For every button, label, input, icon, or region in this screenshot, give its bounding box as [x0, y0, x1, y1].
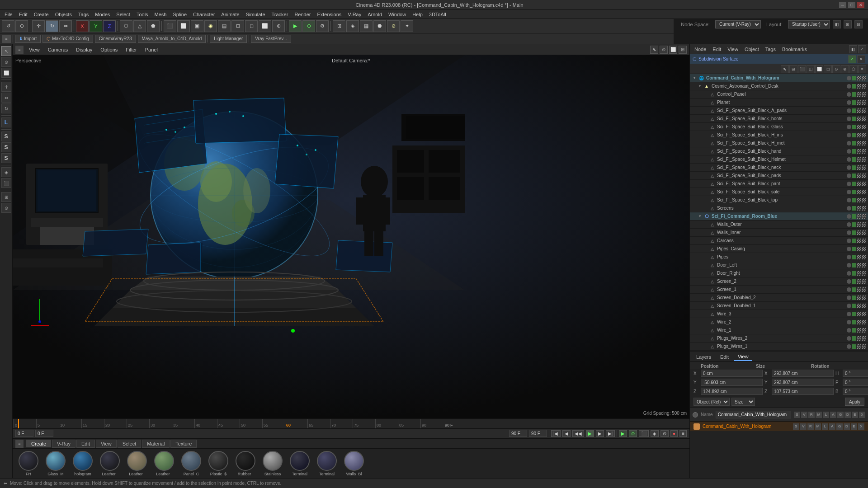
tree-icon-1[interactable]: ⬉ [781, 65, 789, 73]
name-icon2[interactable]: V [801, 412, 807, 418]
tab-select[interactable]: Select [118, 440, 142, 448]
tree-check-3[interactable] [852, 100, 856, 105]
translate-tool[interactable]: ✛ [1, 82, 11, 92]
tree-check-22[interactable] [852, 255, 856, 259]
tree-dot1-5[interactable] [847, 117, 851, 121]
power-icon[interactable]: ⊙ [660, 430, 669, 437]
size-mode-select[interactable]: Size Scale [731, 398, 755, 406]
close-btn[interactable]: ✕ [857, 2, 864, 8]
tree-checker-28[interactable] [857, 304, 861, 308]
tree-check-25[interactable] [852, 279, 856, 284]
tab-edit[interactable]: Edit [76, 440, 95, 448]
camera-btn[interactable]: ▤ [218, 20, 231, 32]
list-icon[interactable]: ≡ [679, 430, 687, 437]
tree-dot1-14[interactable] [847, 190, 851, 194]
render-tc-btn[interactable]: ▶ [619, 430, 627, 437]
rh-icon2[interactable]: ✓ [858, 45, 866, 53]
tree-checker2-27[interactable] [862, 296, 866, 300]
tree-row-4[interactable]: △Sci_Fi_Space_Suit_Black_A_pads [690, 107, 868, 115]
tree-icon-3[interactable]: ⬛ [798, 65, 806, 73]
cube-btn[interactable]: ⬛ [164, 20, 176, 32]
tree-checker-18[interactable] [857, 222, 861, 227]
tree-row-15[interactable]: △Sci_Fi_Space_Suit_Black_top [690, 196, 868, 204]
sel-icon9[interactable]: E [851, 423, 857, 430]
tree-check-23[interactable] [852, 263, 856, 267]
tree-dot1-16[interactable] [847, 206, 851, 211]
menu-help[interactable]: Help [410, 11, 425, 18]
tree-row-5[interactable]: △Sci_Fi_Space_Suit_Black_boots [690, 115, 868, 123]
tree-checker2-17[interactable] [862, 214, 866, 219]
material-btn[interactable]: ⬜ [259, 20, 271, 32]
prev-frame-btn[interactable]: ◀ [562, 430, 571, 437]
material-item-6[interactable]: Panel_C [179, 451, 203, 476]
tree-checker2-26[interactable] [862, 287, 866, 292]
tree-dot1-25[interactable] [847, 279, 851, 284]
tree-dot1-12[interactable] [847, 174, 851, 178]
rotate-tool2[interactable]: ↻ [1, 103, 11, 113]
tab-edit2[interactable]: Edit [717, 353, 732, 361]
next-frame-btn[interactable]: ▶ [596, 430, 604, 437]
tree-checker2-29[interactable] [862, 312, 866, 316]
tree-icon-10[interactable]: ≡ [858, 65, 866, 73]
tree-row-0[interactable]: ▾🌐Command_Cabin_With_Hologram [690, 74, 868, 82]
live-select[interactable]: ⊙ [1, 57, 11, 67]
tree-check-11[interactable] [852, 165, 856, 170]
sel-icon5[interactable]: L [822, 423, 828, 430]
sel-icon6[interactable]: A [829, 423, 835, 430]
tree-dot1-21[interactable] [847, 247, 851, 251]
tree-checker-32[interactable] [857, 336, 861, 341]
tree-checker2-21[interactable] [862, 247, 866, 251]
tree-check-27[interactable] [852, 296, 856, 300]
null-btn[interactable]: ⊞ [231, 20, 244, 32]
pos-x-input[interactable] [701, 370, 763, 377]
vp-icon-3[interactable]: ⬜ [669, 46, 677, 54]
tree-dot1-6[interactable] [847, 125, 851, 129]
tree-row-14[interactable]: △Sci_Fi_Space_Suit_Black_sole [690, 188, 868, 196]
name-field[interactable] [716, 411, 791, 418]
tree-checker-30[interactable] [857, 320, 861, 324]
tree-check-24[interactable] [852, 271, 856, 276]
name-icon10[interactable]: X [859, 412, 865, 418]
tree-checker2-33[interactable] [862, 344, 866, 349]
layout-icon1[interactable]: ◧ [833, 20, 841, 28]
tree-checker-21[interactable] [857, 247, 861, 251]
layout-select[interactable]: Startup (User) [788, 20, 830, 28]
tree-checker-29[interactable] [857, 312, 861, 316]
tree-checker-4[interactable] [857, 108, 861, 113]
tab-layers[interactable]: Layers [693, 353, 715, 361]
tree-dot1-10[interactable] [847, 157, 851, 162]
tree-check-14[interactable] [852, 190, 856, 194]
menu-select[interactable]: Select [113, 11, 133, 18]
menu-create[interactable]: Create [31, 11, 52, 18]
object-tree[interactable]: ▾🌐Command_Cabin_With_Hologram▾▲Cosmic_As… [690, 74, 868, 352]
tree-row-17[interactable]: ▾⬡Sci_Fi_Command_Room_Blue [690, 212, 868, 221]
tree-dot1-17[interactable] [847, 214, 851, 219]
tree-row-27[interactable]: △Screen_Doubled_2 [690, 294, 868, 302]
play-btn[interactable]: ▶ [586, 430, 594, 437]
tree-checker2-11[interactable] [862, 165, 866, 170]
tree-dot1-18[interactable] [847, 222, 851, 227]
tree-row-9[interactable]: △Sci_Fi_Space_Suit_Black_hand [690, 147, 868, 155]
tree-icon-5[interactable]: ⬜ [815, 65, 823, 73]
menu-arnold[interactable]: Arnold [365, 11, 385, 18]
tree-checker2-18[interactable] [862, 222, 866, 227]
tree-check-2[interactable] [852, 92, 856, 97]
end-frame-input2[interactable] [529, 430, 547, 437]
edge-mode[interactable]: △ [133, 20, 146, 32]
tree-dot1-19[interactable] [847, 230, 851, 235]
name-icon5[interactable]: L [823, 412, 829, 418]
sel-icon2[interactable]: V [800, 423, 807, 430]
x-axis[interactable]: X [76, 20, 89, 32]
tree-row-22[interactable]: △Pipes [690, 253, 868, 261]
y-axis[interactable]: Y [90, 20, 102, 32]
tree-checker-15[interactable] [857, 198, 861, 202]
menu-3dtoall[interactable]: 3DToAll [426, 11, 449, 18]
tree-dot1-11[interactable] [847, 165, 851, 170]
s-icon1[interactable]: S [1, 131, 11, 141]
tree-checker-23[interactable] [857, 263, 861, 267]
name-icon3[interactable]: R [808, 412, 815, 418]
tag-tool[interactable]: ◈ [1, 167, 11, 177]
tree-checker2-28[interactable] [862, 304, 866, 308]
tree-checker2-3[interactable] [862, 100, 866, 105]
rh-bookmarks[interactable]: Bookmarks [779, 46, 810, 53]
